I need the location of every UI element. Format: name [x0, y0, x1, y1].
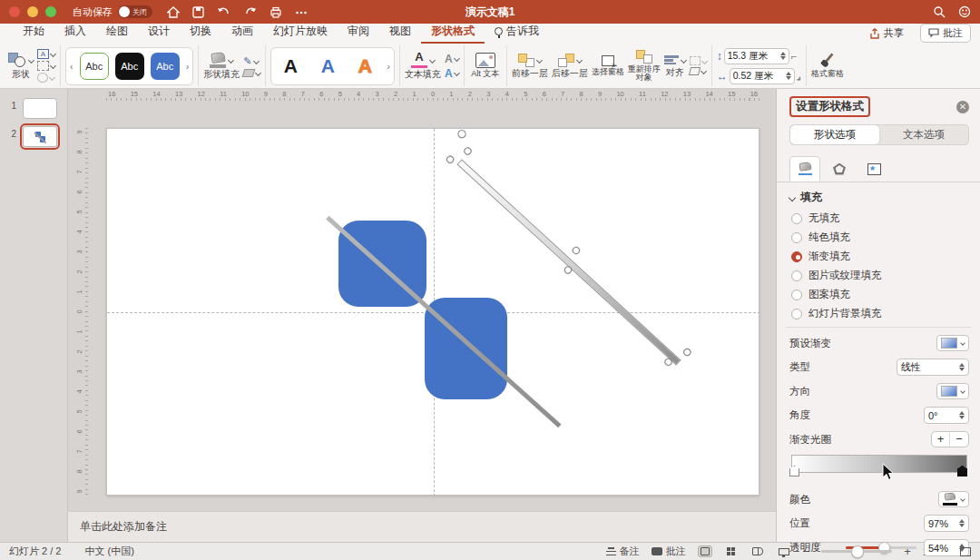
undo-icon[interactable] [217, 6, 231, 18]
tab-insert[interactable]: 插入 [54, 22, 96, 44]
autosave-toggle[interactable]: 关闭 [118, 5, 152, 18]
fit-slide-to-window-icon[interactable] [960, 547, 971, 556]
maximize-window-button[interactable] [45, 6, 56, 17]
bring-forward-button[interactable]: 前移一层 [512, 54, 548, 79]
fill-section-header[interactable]: 填充 [789, 190, 969, 205]
more-commands-icon[interactable] [295, 6, 308, 18]
shape-style-1[interactable]: Abc [80, 53, 109, 80]
resize-handle[interactable] [663, 357, 673, 367]
home-icon[interactable] [167, 6, 180, 18]
thumbnail-slide-2[interactable]: 2 [9, 126, 67, 147]
thumbnail-slide-1[interactable]: 1 [9, 98, 67, 119]
search-icon[interactable] [933, 5, 946, 18]
alt-text-button[interactable]: Alt 文本 [469, 53, 502, 78]
width-stepper[interactable] [786, 72, 791, 81]
notes-pane[interactable]: 单击此处添加备注 [68, 511, 776, 542]
thumbnail-1-preview[interactable] [23, 98, 57, 119]
fill-option-solid[interactable]: 纯色填充 [791, 231, 969, 244]
tab-animations[interactable]: 动画 [221, 22, 263, 44]
position-input[interactable]: 97% [924, 515, 969, 532]
merge-shapes-button[interactable] [37, 73, 55, 83]
fill-option-none[interactable]: 无填充 [791, 211, 969, 225]
tab-view[interactable]: 视图 [379, 22, 421, 44]
gallery-next-icon[interactable]: › [186, 61, 190, 72]
shape-style-3[interactable]: Abc [151, 53, 180, 80]
shape-height-input[interactable]: 15.3 厘米 [724, 48, 789, 64]
language-selector[interactable]: 中文 (中国) [84, 545, 133, 558]
shape-width-input[interactable]: 0.52 厘米 [730, 68, 795, 84]
resize-handle[interactable] [571, 245, 581, 255]
selection-pane-button[interactable]: 选择窗格 [592, 55, 624, 76]
thumbnail-2-preview[interactable] [23, 126, 57, 147]
wordart-gallery-next-icon[interactable]: › [387, 61, 390, 72]
resize-handle[interactable] [463, 146, 473, 156]
shape-style-2[interactable]: Abc [115, 53, 144, 80]
tab-tell-me[interactable]: 告诉我 [485, 22, 549, 44]
preset-gradient-dropdown[interactable] [936, 335, 969, 351]
text-box-button[interactable]: A [37, 49, 55, 59]
zoom-slider-thumb[interactable] [851, 545, 864, 558]
text-outline-button[interactable]: A [445, 53, 459, 65]
type-stepper[interactable] [959, 363, 965, 372]
position-stepper[interactable] [959, 519, 965, 528]
shape-effects-button[interactable] [243, 69, 260, 77]
stop-color-dropdown[interactable] [938, 491, 969, 507]
size-properties-tab[interactable] [858, 156, 889, 182]
gradient-stop-bar[interactable] [789, 455, 969, 478]
resize-handle[interactable] [682, 347, 692, 357]
height-stepper[interactable] [780, 52, 786, 61]
shape-outline-button[interactable]: ✎ [243, 55, 260, 67]
close-window-button[interactable] [9, 6, 20, 17]
gallery-prev-icon[interactable]: ‹ [70, 61, 74, 72]
wordart-style-3[interactable]: A [349, 55, 380, 77]
close-pane-icon[interactable]: ✕ [956, 101, 969, 113]
normal-view-button[interactable] [698, 545, 712, 557]
feedback-smiley-icon[interactable] [958, 5, 971, 18]
tab-text-options[interactable]: 文本选项 [879, 125, 968, 144]
tab-review[interactable]: 审阅 [338, 22, 379, 44]
direction-dropdown[interactable] [936, 383, 969, 399]
share-button[interactable]: 共享 [862, 25, 911, 42]
rotation-handle[interactable] [456, 128, 468, 140]
tab-slideshow[interactable]: 幻灯片放映 [263, 22, 338, 44]
fill-option-picture[interactable]: 图片或纹理填充 [791, 269, 969, 282]
fill-option-background[interactable]: 幻灯片背景填充 [791, 307, 969, 320]
effects-tab[interactable] [824, 156, 855, 182]
save-icon[interactable] [192, 6, 204, 18]
wordart-style-2[interactable]: A [312, 55, 343, 77]
minimize-window-button[interactable] [27, 6, 38, 17]
fill-option-gradient[interactable]: 渐变填充 [791, 250, 969, 263]
edit-shape-button[interactable] [37, 61, 55, 71]
zoom-slider[interactable] [821, 550, 892, 553]
tab-draw[interactable]: 绘图 [96, 22, 138, 44]
text-fill-button[interactable]: A 文本填充 [405, 52, 441, 80]
resize-handle[interactable] [445, 154, 455, 164]
tab-shape-format[interactable]: 形状格式 [421, 22, 485, 44]
fill-option-pattern[interactable]: 图案填充 [791, 288, 969, 301]
redo-icon[interactable] [244, 6, 257, 18]
quick-print-icon[interactable] [270, 6, 282, 18]
fill-line-tab[interactable] [789, 156, 820, 182]
notes-placeholder[interactable]: 单击此处添加备注 [80, 519, 167, 535]
tab-transitions[interactable]: 切换 [180, 22, 221, 44]
align-button[interactable]: 对齐 [664, 54, 686, 78]
wordart-style-1[interactable]: A [275, 55, 306, 77]
reading-view-button[interactable] [750, 545, 765, 557]
comments-button[interactable]: 批注 [920, 24, 971, 43]
tab-design[interactable]: 设计 [138, 22, 180, 44]
angle-stepper[interactable] [959, 411, 965, 420]
tab-home[interactable]: 开始 [13, 22, 54, 44]
shapes-button[interactable]: 形状 [8, 53, 34, 80]
text-effects-button[interactable]: A [445, 67, 459, 80]
remove-stop-button[interactable]: − [950, 432, 968, 447]
notes-toggle-button[interactable]: 备注 [606, 545, 640, 558]
group-button[interactable] [690, 56, 707, 65]
type-dropdown[interactable]: 线性 [897, 359, 969, 376]
add-stop-button[interactable]: + [932, 432, 950, 447]
tab-shape-options[interactable]: 形状选项 [790, 125, 879, 144]
slide-sorter-view-button[interactable] [724, 545, 739, 557]
reorder-objects-button[interactable]: 重新排序对象 [628, 50, 661, 83]
send-backward-button[interactable]: 后移一层 [552, 54, 588, 79]
angle-input[interactable]: 0° [924, 407, 969, 424]
resize-handle[interactable] [563, 265, 573, 275]
